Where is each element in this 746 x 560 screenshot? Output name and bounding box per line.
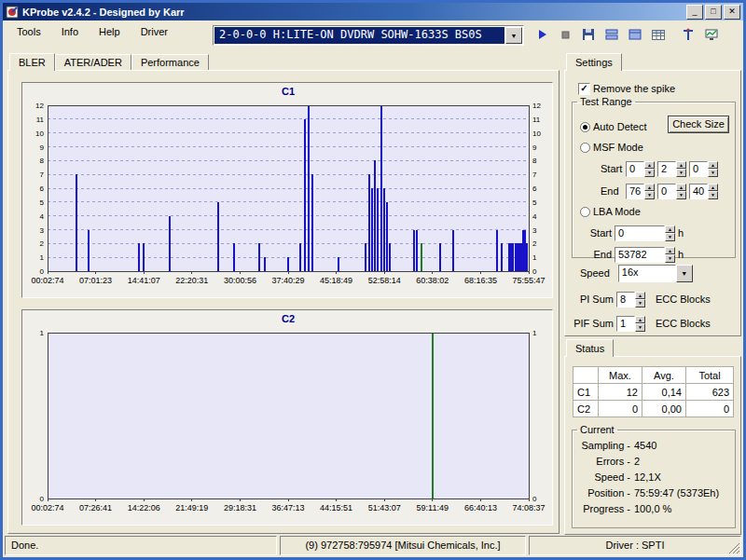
spinner-up-icon[interactable]: ▲ <box>708 161 718 170</box>
current-group: Current Sampling -4540Errors -2Speed -12… <box>572 424 736 528</box>
antenna-icon <box>681 27 696 42</box>
chart-c1: 0011223344556677889910101111121200:02:74… <box>21 82 553 298</box>
table-icon <box>651 27 666 42</box>
single-pane-view-button[interactable] <box>624 24 645 45</box>
pi-ecc-label: ECC Blocks <box>656 294 711 305</box>
msf-start-s-spinner[interactable]: 2 ▲▼ <box>657 161 686 177</box>
spinner-down-icon[interactable]: ▼ <box>635 299 645 307</box>
pi-sum-spinner[interactable]: 8 ▲▼ <box>616 292 645 307</box>
spinner-up-icon[interactable]: ▲ <box>665 247 675 255</box>
auto-detect-radio[interactable] <box>580 122 590 132</box>
lba-mode-row: LBA Mode <box>580 203 641 220</box>
tab-status[interactable]: Status <box>566 339 614 357</box>
msf-end-f-spinner[interactable]: 40 ▲▼ <box>689 184 718 199</box>
maximize-button[interactable]: □ <box>705 5 722 20</box>
menu-help[interactable]: Help <box>89 23 131 40</box>
msf-end-s-spinner[interactable]: 0 ▲▼ <box>657 184 686 199</box>
start-test-button[interactable] <box>531 24 552 45</box>
status-tabstrip: Status <box>566 339 614 356</box>
msf-start-f-spinner[interactable]: 0 ▲▼ <box>689 161 718 177</box>
dual-pane-view-button[interactable] <box>601 24 622 45</box>
spinner-down-icon[interactable]: ▼ <box>644 191 655 199</box>
spinner-up-icon[interactable]: ▲ <box>644 161 655 170</box>
pif-sum-spinner[interactable]: 1 ▲▼ <box>616 316 645 332</box>
remove-spike-checkbox[interactable]: ✓ <box>578 83 590 95</box>
tab-performance[interactable]: Performance <box>131 54 209 70</box>
title-bar[interactable]: KProbe v2.4.2 - Designed by Karr _ □ ✕ <box>3 3 743 20</box>
menu-tools[interactable]: Tools <box>7 23 51 40</box>
spinner-down-icon[interactable]: ▼ <box>676 191 686 199</box>
tab-ater-ader[interactable]: ATER/ADER <box>55 54 131 70</box>
floppy-icon <box>581 27 596 42</box>
menu-bar: ToolsInfoHelpDriver <box>7 23 178 40</box>
lba-start-spinner[interactable]: 0 ▲▼ <box>615 225 675 241</box>
svg-text:0: 0 <box>40 267 45 276</box>
save-button[interactable] <box>577 24 599 45</box>
msf-end-m-spinner[interactable]: 76 ▲▼ <box>626 184 655 199</box>
msf-start-label: Start <box>601 163 623 174</box>
chevron-down-icon[interactable]: ▼ <box>676 265 693 282</box>
svg-text:1: 1 <box>40 329 45 337</box>
svg-text:6: 6 <box>532 184 537 193</box>
svg-text:1: 1 <box>532 253 537 262</box>
minimize-button[interactable]: _ <box>686 5 703 20</box>
check-size-button[interactable]: Check Size <box>668 116 729 133</box>
svg-text:11: 11 <box>36 116 45 124</box>
lba-mode-radio[interactable] <box>580 207 590 217</box>
resize-grip-icon[interactable] <box>728 542 740 554</box>
msf-mode-radio[interactable] <box>580 143 590 153</box>
svg-text:8: 8 <box>532 157 537 165</box>
stop-test-button[interactable] <box>554 24 575 45</box>
spinner-up-icon[interactable]: ▲ <box>676 184 686 192</box>
spinner-down-icon[interactable]: ▼ <box>676 169 686 177</box>
msf-mode-label: MSF Mode <box>593 142 643 153</box>
svg-text:4: 4 <box>40 212 45 221</box>
spinner-down-icon[interactable]: ▼ <box>708 191 718 199</box>
spinner-up-icon[interactable]: ▲ <box>635 292 645 300</box>
spinner-up-icon[interactable]: ▲ <box>644 184 655 192</box>
dual-pane-icon <box>604 27 619 42</box>
antenna-button[interactable] <box>677 24 698 45</box>
msf-mode-row: MSF Mode <box>580 139 643 156</box>
spinner-down-icon[interactable]: ▼ <box>644 169 655 177</box>
spinner-up-icon[interactable]: ▲ <box>708 184 718 192</box>
svg-text:1: 1 <box>532 329 537 337</box>
status-panel: Max.Avg.TotalC1120,14623C200,000 Current… <box>564 356 741 535</box>
svg-text:00:02:74: 00:02:74 <box>31 276 63 285</box>
toolbar <box>531 24 722 45</box>
tab-settings[interactable]: Settings <box>566 53 622 71</box>
chevron-down-icon[interactable]: ▼ <box>505 27 522 44</box>
tab-bler[interactable]: BLER <box>9 53 55 71</box>
spinner-down-icon[interactable]: ▼ <box>708 169 718 177</box>
status-value: 623 <box>686 384 734 401</box>
current-title: Current <box>577 424 617 435</box>
single-pane-icon <box>628 27 642 42</box>
spinner-up-icon[interactable]: ▲ <box>665 225 675 234</box>
chart-panel: 0011223344556677889910101111121200:02:74… <box>7 70 560 534</box>
drive-select[interactable]: 2-0-0-0 H:LITE-ON DVDRW SOHW-1633S BS0S … <box>213 25 524 46</box>
close-button[interactable]: ✕ <box>724 5 740 20</box>
svg-text:4: 4 <box>532 212 537 221</box>
spinner-up-icon[interactable]: ▲ <box>676 161 686 170</box>
menu-info[interactable]: Info <box>51 23 89 40</box>
menu-driver[interactable]: Driver <box>131 23 178 40</box>
monitor-button[interactable] <box>700 24 722 45</box>
test-range-title: Test Range <box>577 96 635 107</box>
speed-select[interactable]: 16x ▼ <box>618 265 693 282</box>
svg-text:0: 0 <box>40 495 45 503</box>
spinner-down-icon[interactable]: ▼ <box>635 323 645 332</box>
drive-select-value: 2-0-0-0 H:LITE-ON DVDRW SOHW-1633S BS0S <box>214 27 504 44</box>
current-speed: Speed -12,1X <box>573 469 735 485</box>
spinner-down-icon[interactable]: ▼ <box>665 233 675 241</box>
msf-start-m-spinner[interactable]: 0 ▲▼ <box>626 161 655 177</box>
msf-end-label: End <box>601 185 623 197</box>
spinner-down-icon[interactable]: ▼ <box>665 254 675 263</box>
spinner-up-icon[interactable]: ▲ <box>635 316 645 324</box>
svg-text:9: 9 <box>40 143 45 152</box>
app-window: KProbe v2.4.2 - Designed by Karr _ □ ✕ T… <box>0 0 746 560</box>
pif-sum-row: PIF Sum 1 ▲▼ ECC Blocks <box>573 315 711 332</box>
lba-end-spinner[interactable]: 53782 ▲▼ <box>615 247 675 263</box>
lba-end-unit: h <box>678 249 684 260</box>
data-table-button[interactable] <box>647 24 669 45</box>
svg-text:C1: C1 <box>282 86 295 97</box>
